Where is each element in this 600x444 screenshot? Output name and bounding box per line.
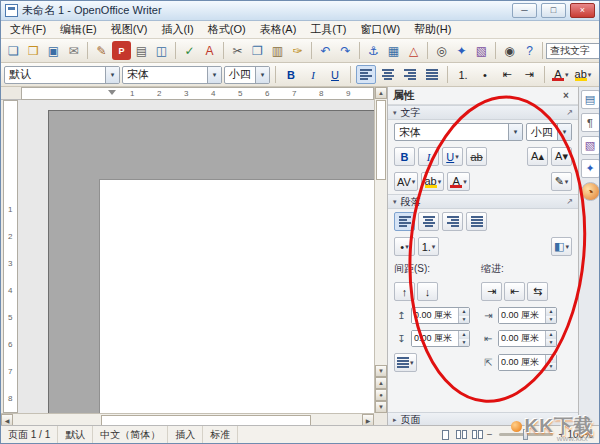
expand-icon[interactable]: ▸ [393, 416, 397, 424]
print-icon[interactable]: ▤ [132, 41, 151, 60]
dropdown-arrow-icon[interactable]: ▾ [410, 359, 414, 367]
character-spacing-button[interactable]: AV ▾ [394, 172, 418, 191]
paragraph-background-color-button[interactable]: ◧ ▾ [551, 237, 572, 256]
find-and-replace-icon[interactable]: ◎ [432, 41, 451, 60]
increase-spacing-button[interactable]: ↑ [394, 282, 415, 301]
menu-help[interactable]: 帮助(H) [407, 20, 458, 39]
sidebar-tab-gallery[interactable]: ▧ [581, 136, 600, 155]
switch-indent-button[interactable]: ⇆ [527, 282, 548, 301]
sidebar-close-button[interactable]: × [559, 89, 573, 103]
table-icon[interactable]: ▦ [384, 41, 403, 60]
spinner-buttons[interactable]: ▲▼ [545, 331, 556, 346]
numbering-button[interactable]: 1. [453, 65, 473, 84]
sidebar-font-size-combobox[interactable]: 小四 ▾ [526, 123, 572, 141]
hyperlink-icon[interactable]: ⚓ [364, 41, 383, 60]
zoom-out-button[interactable]: − [486, 429, 494, 440]
increase-indent-button[interactable]: ⇥ [519, 65, 539, 84]
chevron-down-icon[interactable]: ▾ [508, 124, 522, 140]
previous-page-icon[interactable]: ▲ [375, 377, 387, 389]
strikethrough-button[interactable]: ab [466, 147, 487, 166]
spin-up-icon[interactable]: ▲ [459, 308, 469, 316]
new-document-icon[interactable]: ❏ [4, 41, 23, 60]
after-indent-input[interactable] [499, 331, 545, 346]
zoom-in-button[interactable]: + [558, 429, 566, 440]
zoom-icon[interactable]: ◉ [500, 41, 519, 60]
highlight-color-button[interactable]: ab ▾ [573, 65, 594, 84]
close-button[interactable]: × [570, 3, 595, 18]
spinner-buttons[interactable]: ▲▼ [545, 355, 556, 370]
dropdown-arrow-icon[interactable]: ▾ [438, 178, 442, 186]
format-paintbrush-icon[interactable]: ✑ [288, 41, 307, 60]
above-spacing-input[interactable] [412, 308, 458, 323]
font-size-combobox[interactable]: 小四 ▾ [224, 66, 270, 84]
font-color-button[interactable]: A ▾ [550, 65, 571, 84]
status-selection-mode[interactable]: 标准 [203, 426, 238, 443]
font-name-combobox[interactable]: 宋体 ▾ [122, 66, 222, 84]
sidebar-align-right-button[interactable] [442, 212, 463, 231]
save-icon[interactable]: ▣ [44, 41, 63, 60]
show-draw-functions-icon[interactable]: △ [404, 41, 423, 60]
align-justify-button[interactable] [422, 65, 442, 84]
maximize-button[interactable]: □ [541, 3, 566, 18]
open-icon[interactable]: ❒ [24, 41, 43, 60]
spin-up-icon[interactable]: ▲ [546, 331, 556, 339]
spin-up-icon[interactable]: ▲ [546, 355, 556, 363]
spinner-buttons[interactable]: ▲▼ [458, 308, 469, 323]
menu-insert[interactable]: 插入(I) [154, 20, 200, 39]
sidebar-align-justify-button[interactable] [466, 212, 487, 231]
multi-page-view-button[interactable] [455, 428, 469, 442]
dropdown-arrow-icon[interactable]: ▾ [565, 178, 569, 186]
single-page-view-button[interactable] [439, 428, 453, 442]
sidebar-tab-styles[interactable]: ¶ [581, 113, 600, 132]
decrease-indent-button[interactable]: ⇤ [497, 65, 517, 84]
document-workspace[interactable] [18, 100, 374, 413]
book-view-button[interactable] [471, 428, 485, 442]
collapse-icon[interactable]: ▾ [393, 109, 397, 117]
undo-icon[interactable]: ↶ [316, 41, 335, 60]
gallery-icon[interactable]: ▧ [472, 41, 491, 60]
menu-tools[interactable]: 工具(T) [303, 20, 353, 39]
vertical-scroll-track[interactable] [375, 181, 387, 365]
dropdown-arrow-icon[interactable]: ▾ [432, 243, 436, 251]
spin-down-icon[interactable]: ▼ [546, 339, 556, 347]
help-icon[interactable]: ? [520, 41, 539, 60]
sidebar-tab-properties[interactable]: ▤ [581, 90, 600, 109]
align-right-button[interactable] [400, 65, 420, 84]
zoom-slider[interactable] [499, 433, 553, 436]
first-line-indent-input[interactable] [499, 355, 545, 370]
sidebar-italic-button[interactable]: I [418, 147, 439, 166]
spin-up-icon[interactable]: ▲ [459, 331, 469, 339]
page-preview-icon[interactable]: ◫ [152, 41, 171, 60]
dropdown-arrow-icon[interactable]: ▾ [455, 153, 459, 161]
zoom-value[interactable]: 100% [565, 429, 599, 440]
character-more-button[interactable]: ✎ ▾ [551, 172, 572, 191]
chevron-down-icon[interactable]: ▾ [255, 67, 269, 83]
page[interactable] [48, 110, 374, 413]
dropdown-arrow-icon[interactable]: ▾ [565, 243, 569, 251]
chevron-down-icon[interactable]: ▾ [557, 124, 571, 140]
align-left-button[interactable] [356, 65, 376, 84]
underline-button[interactable]: U [325, 65, 345, 84]
menu-edit[interactable]: 编辑(E) [53, 20, 104, 39]
sidebar-decrease-indent-button[interactable]: ⇤ [504, 282, 525, 301]
cut-icon[interactable]: ✂ [228, 41, 247, 60]
spinner-buttons[interactable]: ▲▼ [458, 331, 469, 346]
redo-icon[interactable]: ↷ [336, 41, 355, 60]
find-text-input[interactable] [546, 43, 600, 59]
dropdown-arrow-icon[interactable]: ▾ [412, 178, 416, 186]
line-spacing-button[interactable]: ▾ [394, 353, 417, 372]
vertical-ruler[interactable]: 12345678 [3, 100, 18, 413]
bullet-list-button[interactable]: • ▾ [394, 237, 415, 256]
spin-down-icon[interactable]: ▼ [546, 363, 556, 371]
italic-button[interactable]: I [303, 65, 323, 84]
page-text-area[interactable] [99, 179, 374, 413]
increase-font-size-button[interactable]: A▴ [527, 147, 548, 166]
sidebar-tab-navigator[interactable]: ✦ [581, 159, 600, 178]
sidebar-align-left-button[interactable] [394, 212, 415, 231]
paste-icon[interactable]: ▥ [268, 41, 287, 60]
menu-format[interactable]: 格式(O) [201, 20, 253, 39]
sidebar-underline-button[interactable]: U ▾ [442, 147, 463, 166]
spellcheck-icon[interactable]: ✓ [180, 41, 199, 60]
sidebar-increase-indent-button[interactable]: ⇥ [481, 282, 502, 301]
zoom-slider-thumb[interactable] [523, 429, 528, 440]
